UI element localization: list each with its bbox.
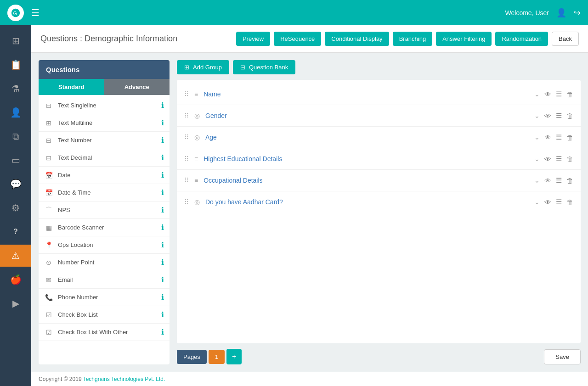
text-multiline-info-icon[interactable]: ℹ (161, 118, 164, 127)
question-type-text-multiline[interactable]: ⊞ Text Multiline ℹ (39, 114, 170, 132)
sidebar-item-tablet[interactable]: ▭ (0, 149, 31, 171)
resequence-button[interactable]: ReSequence (274, 32, 321, 46)
sidebar-item-user[interactable]: 👤 (0, 101, 31, 123)
date-info-icon[interactable]: ℹ (161, 171, 164, 179)
chevron-down-icon[interactable]: ⌄ (534, 134, 540, 141)
checkbox-list-other-info-icon[interactable]: ℹ (161, 328, 164, 336)
company-name: Techgrains Technologies Pvt. Ltd. (83, 376, 165, 382)
eye-icon[interactable]: 👁 (544, 155, 551, 163)
drag-icon: ⠿ (184, 198, 189, 206)
eye-icon[interactable]: 👁 (544, 198, 551, 206)
nps-info-icon[interactable]: ℹ (161, 206, 164, 214)
question-type-nps[interactable]: ⌒ NPS ℹ (39, 201, 170, 219)
question-bank-label: Question Bank (249, 64, 288, 71)
pages-section: Pages 1 + (177, 349, 242, 364)
eye-icon[interactable]: 👁 (544, 112, 551, 120)
text-number-label: Text Number (58, 137, 92, 144)
text-singleline-info-icon[interactable]: ℹ (161, 101, 164, 110)
delete-icon[interactable]: 🗑 (566, 90, 573, 98)
add-page-button[interactable]: + (226, 349, 242, 364)
sidebar-item-chat[interactable]: 💬 (0, 173, 31, 195)
checkbox-list-info-icon[interactable]: ℹ (161, 310, 164, 319)
menu-icon[interactable]: ☰ (556, 112, 562, 120)
question-actions: ⌄ 👁 ☰ 🗑 (534, 90, 573, 98)
delete-icon[interactable]: 🗑 (566, 155, 573, 163)
logo: G (7, 5, 24, 21)
randomization-button[interactable]: Randomization (495, 32, 548, 46)
text-number-info-icon[interactable]: ℹ (161, 136, 164, 145)
barcode-label: Barcode Scanner (58, 224, 104, 231)
email-info-icon[interactable]: ℹ (161, 275, 164, 284)
branching-button[interactable]: Branching (393, 32, 433, 46)
eye-icon[interactable]: 👁 (544, 177, 551, 185)
question-bank-button[interactable]: ⊟ Question Bank (233, 60, 295, 74)
question-type-text-decimal[interactable]: ⊟ Text Decimal ℹ (39, 149, 170, 167)
question-type-barcode[interactable]: ▦ Barcode Scanner ℹ (39, 219, 170, 236)
question-type-gps[interactable]: 📍 Gps Location ℹ (39, 236, 170, 254)
text-decimal-info-icon[interactable]: ℹ (161, 153, 164, 162)
question-type-date-time[interactable]: 📅 Date & Time ℹ (39, 184, 170, 201)
answer-filtering-button[interactable]: Answer Filtering (436, 32, 492, 46)
date-time-info-icon[interactable]: ℹ (161, 188, 164, 197)
logout-icon[interactable]: ↪ (574, 8, 581, 18)
delete-icon[interactable]: 🗑 (566, 112, 573, 120)
sidebar-item-help[interactable]: ? (0, 221, 31, 243)
sidebar-item-play[interactable]: ▶ (0, 292, 31, 314)
delete-icon[interactable]: 🗑 (566, 177, 573, 185)
welcome-text: Welcome, User (505, 9, 549, 17)
barcode-info-icon[interactable]: ℹ (161, 223, 164, 232)
eye-icon[interactable]: 👁 (544, 134, 551, 141)
sidebar-item-book[interactable]: 📋 (0, 54, 31, 76)
row-type-icon: ≡ (194, 177, 198, 184)
back-button[interactable]: Back (552, 32, 579, 46)
sidebar-item-apple[interactable]: 🍎 (0, 269, 31, 291)
menu-icon[interactable]: ☰ (556, 155, 562, 163)
barcode-icon: ▦ (44, 224, 53, 231)
gps-info-icon[interactable]: ℹ (161, 241, 164, 249)
drag-icon: ⠿ (184, 90, 189, 98)
question-type-checkbox-list[interactable]: ☑ Check Box List ℹ (39, 306, 170, 324)
menu-icon[interactable]: ☰ (556, 133, 562, 141)
date-time-icon: 📅 (44, 189, 53, 196)
page-number-1[interactable]: 1 (209, 350, 225, 364)
question-type-phone[interactable]: 📞 Phone Number ℹ (39, 289, 170, 306)
conditional-display-button[interactable]: Conditional Display (325, 32, 389, 46)
question-type-checkbox-list-other[interactable]: ☑ Check Box List With Other ℹ (39, 324, 170, 341)
eye-icon[interactable]: 👁 (544, 90, 551, 98)
questions-table: ⠿ ≡ Name ⌄ 👁 ☰ 🗑 ⠿ ◎ Gender (177, 80, 581, 343)
number-point-info-icon[interactable]: ℹ (161, 258, 164, 267)
question-type-text-number[interactable]: ⊟ Text Number ℹ (39, 132, 170, 149)
sidebar-item-warning[interactable]: ⚠ (0, 245, 31, 267)
delete-icon[interactable]: 🗑 (566, 134, 573, 141)
chevron-down-icon[interactable]: ⌄ (534, 177, 540, 184)
menu-icon[interactable]: ☰ (556, 176, 562, 185)
text-multiline-icon: ⊞ (44, 119, 53, 127)
question-type-text-singleline[interactable]: ⊟ Text Singleline ℹ (39, 97, 170, 114)
preview-button[interactable]: Preview (236, 32, 270, 46)
chevron-down-icon[interactable]: ⌄ (534, 198, 540, 206)
delete-icon[interactable]: 🗑 (566, 198, 573, 206)
chevron-down-icon[interactable]: ⌄ (534, 155, 540, 162)
question-type-date[interactable]: 📅 Date ℹ (39, 167, 170, 184)
top-navbar: G ☰ Welcome, User 👤 ↪ (0, 0, 588, 25)
question-type-email[interactable]: ✉ Email ℹ (39, 271, 170, 289)
sidebar-item-filter[interactable]: ⚗ (0, 78, 31, 100)
tab-advance[interactable]: Advance (104, 79, 170, 95)
hamburger-menu[interactable]: ☰ (31, 7, 40, 18)
chevron-down-icon[interactable]: ⌄ (534, 90, 540, 98)
phone-info-icon[interactable]: ℹ (161, 293, 164, 302)
sidebar-item-dashboard[interactable]: ⊞ (0, 30, 31, 52)
question-type-number-point[interactable]: ⊙ Number Point ℹ (39, 254, 170, 271)
chevron-down-icon[interactable]: ⌄ (534, 112, 540, 119)
email-label: Email (58, 276, 73, 283)
checkbox-list-icon: ☑ (44, 311, 53, 319)
save-button[interactable]: Save (544, 349, 581, 364)
user-profile-icon[interactable]: 👤 (556, 8, 566, 18)
sidebar-item-layers[interactable]: ⧉ (0, 125, 31, 147)
menu-icon[interactable]: ☰ (556, 198, 562, 206)
add-group-button[interactable]: ⊞ Add Group (177, 60, 229, 74)
tab-standard[interactable]: Standard (39, 79, 104, 95)
sidebar-item-wheel[interactable]: ⚙ (0, 197, 31, 219)
nav-right: Welcome, User 👤 ↪ (505, 8, 581, 18)
menu-icon[interactable]: ☰ (556, 90, 562, 98)
